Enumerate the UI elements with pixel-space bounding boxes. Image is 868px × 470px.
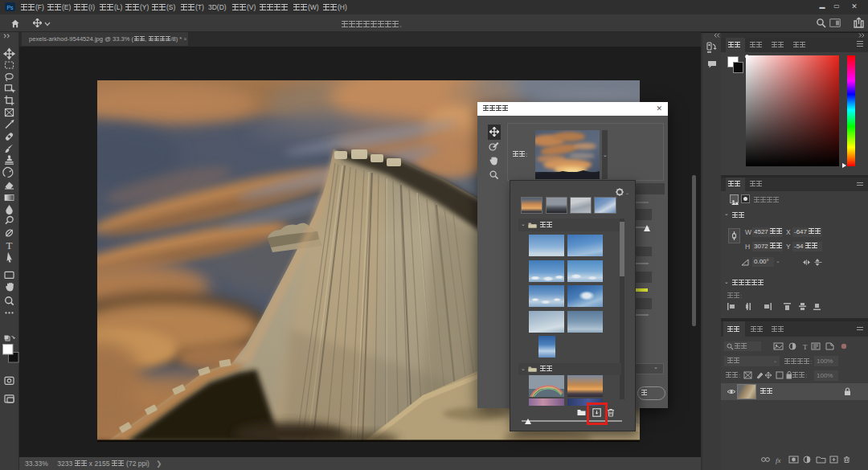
svg-text:T: T xyxy=(803,343,808,351)
svg-text:fx: fx xyxy=(776,456,781,464)
svg-text:T: T xyxy=(6,239,13,251)
svg-text:Ps: Ps xyxy=(6,5,14,10)
